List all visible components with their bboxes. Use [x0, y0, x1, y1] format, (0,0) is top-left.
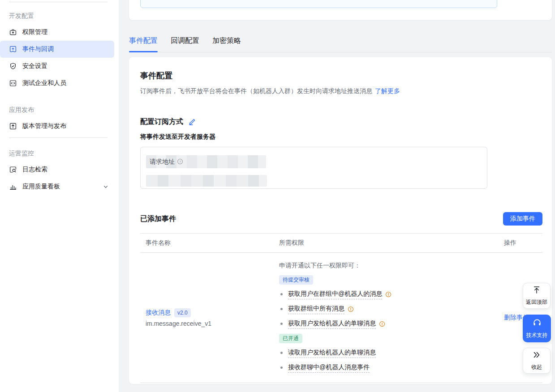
request-url-label-text: 请求地址 [150, 158, 175, 166]
permission-link[interactable]: 获取用户在群组中@机器人的消息 [288, 289, 382, 299]
tab-encryption-policy[interactable]: 加密策略 [212, 34, 241, 52]
sidebar-item-log-search[interactable]: 日志检索 [0, 161, 114, 178]
sidebar-item-label: 事件与回调 [22, 45, 54, 53]
page-title: 事件配置 [140, 71, 542, 81]
back-to-top-button[interactable]: 返回顶部 [523, 283, 551, 309]
sidebar-item-label: 应用质量看板 [22, 183, 60, 191]
event-config-card: 事件配置 订阅事件后，飞书开放平台将会在事件（如机器人入群）发生时向请求地址推送… [129, 57, 552, 384]
shield-check-icon [9, 62, 17, 70]
briefcase-icon [9, 28, 17, 36]
sidebar-item-permissions[interactable]: 权限管理 [0, 24, 114, 41]
sidebar-item-quality-dashboard[interactable]: 应用质量看板 [0, 178, 114, 195]
sidebar-item-label: 权限管理 [22, 28, 47, 36]
permission-link[interactable]: 获取群组中所有消息 [288, 304, 344, 314]
request-url-label: 请求地址 ? [150, 158, 183, 166]
previous-section-card [129, 0, 552, 20]
send-to-developer-server-label: 将事件发送至开发者服务器 [140, 132, 542, 141]
permission-link[interactable]: 读取用户发给机器人的单聊消息 [288, 348, 376, 358]
added-events-title: 已添加事件 [140, 214, 176, 224]
permission-item: 获取用户发给机器人的单聊消息 [279, 319, 504, 329]
learn-more-link[interactable]: 了解更多 [375, 87, 400, 94]
column-header-permissions: 所需权限 [279, 239, 504, 247]
back-to-top-label: 返回顶部 [526, 298, 547, 306]
sidebar: 开发配置 权限管理 事件与回调 安全设置 [0, 0, 119, 392]
permission-link[interactable]: 接收群聊中@机器人消息事件 [288, 362, 370, 373]
help-question-icon[interactable]: ? [177, 158, 183, 166]
sidebar-item-label: 安全设置 [22, 62, 47, 70]
event-name-cell: 接收消息 v2.0 im.message.receive_v1 [140, 308, 279, 327]
column-header-action: 操作 [504, 239, 542, 247]
table-row: 接收消息 v2.0 im.message.receive_v1 申请开通以下任一… [140, 253, 542, 383]
sidebar-section-ops-monitor: 运营监控 [9, 148, 119, 158]
edit-pencil-icon[interactable] [188, 118, 195, 125]
events-table-header: 事件名称 所需权限 操作 [140, 233, 542, 253]
warning-icon[interactable] [385, 291, 392, 298]
sidebar-section-dev-config: 开发配置 [9, 10, 119, 21]
event-callback-icon [9, 45, 17, 53]
bullet-dot [280, 293, 283, 295]
support-label: 技术支持 [526, 332, 548, 339]
bullet-dot [280, 308, 283, 310]
sidebar-section-app-release: 应用发布 [9, 104, 119, 115]
sidebar-item-label: 日志检索 [22, 166, 47, 174]
tab-event-config[interactable]: 事件配置 [129, 34, 158, 52]
event-name-link[interactable]: 接收消息 [146, 309, 171, 317]
previous-section-inner-box [140, 0, 497, 8]
chevron-down-icon[interactable] [103, 183, 109, 190]
permission-item: 获取用户在群组中@机器人的消息 [279, 289, 504, 299]
sidebar-item-label: 版本管理与发布 [22, 122, 66, 130]
add-event-button[interactable]: 添加事件 [503, 212, 542, 226]
subscribe-mode-title: 配置订阅方式 [140, 117, 183, 127]
status-badge-enabled: 已开通 [279, 334, 302, 343]
sidebar-item-security[interactable]: 安全设置 [0, 58, 114, 75]
warning-icon[interactable] [348, 306, 354, 312]
sidebar-item-events-callbacks[interactable]: 事件与回调 [0, 41, 114, 58]
collapse-button[interactable]: 收起 [523, 348, 551, 374]
permissions-cell: 申请开通以下任一权限即可： 待提交审核 获取用户在群组中@机器人的消息 [279, 253, 504, 383]
svg-text:?: ? [179, 159, 181, 163]
upload-icon [9, 122, 17, 130]
tab-callback-config[interactable]: 回调配置 [171, 34, 199, 52]
sidebar-item-label: 测试企业和人员 [22, 79, 66, 87]
column-header-event-name: 事件名称 [140, 239, 279, 247]
page-description: 订阅事件后，飞书开放平台将会在事件（如机器人入群）发生时向请求地址推送消息了解更… [140, 86, 542, 95]
sidebar-divider [9, 2, 108, 2]
events-table: 事件名称 所需权限 操作 接收消息 v2.0 im.message.receiv… [140, 233, 542, 383]
bullet-dot [280, 323, 283, 325]
double-chevron-right-icon [532, 350, 541, 361]
bar-chart-icon [9, 183, 17, 191]
description-text: 订阅事件后，飞书开放平台将会在事件（如机器人入群）发生时向请求地址推送消息 [140, 87, 372, 94]
sidebar-item-version-release[interactable]: 版本管理与发布 [0, 118, 114, 135]
permission-item: 接收群聊中@机器人消息事件 [279, 362, 504, 373]
tab-bar: 事件配置 回调配置 加密策略 [129, 34, 552, 52]
added-events-header: 已添加事件 添加事件 [140, 212, 542, 226]
permission-item: 获取群组中所有消息 [279, 304, 504, 314]
headset-icon [532, 318, 542, 329]
event-version-badge: v2.0 [174, 308, 191, 317]
permission-link[interactable]: 获取用户发给机器人的单聊消息 [288, 319, 376, 329]
warning-icon[interactable] [379, 321, 385, 327]
content-area: 事件配置 回调配置 加密策略 事件配置 订阅事件后，飞书开放平台将会在事件（如机… [119, 0, 555, 392]
permission-intro: 申请开通以下任一权限即可： [279, 261, 504, 270]
back-to-top-icon [532, 285, 541, 296]
bullet-dot [280, 352, 283, 354]
event-key: im.message.receive_v1 [146, 320, 279, 327]
sidebar-divider [9, 137, 108, 138]
request-url-box: 请求地址 ? [140, 147, 487, 189]
code-icon [9, 79, 17, 87]
sidebar-item-test-company[interactable]: 测试企业和人员 [0, 75, 114, 92]
bullet-dot [280, 366, 283, 369]
support-button[interactable]: 技术支持 [523, 315, 551, 342]
collapse-label: 收起 [531, 363, 542, 371]
log-search-icon [9, 166, 17, 174]
redacted-request-url [146, 175, 267, 187]
status-badge-pending: 待提交审核 [279, 275, 313, 285]
permission-item: 读取用户发给机器人的单聊消息 [279, 348, 504, 358]
subscribe-mode-heading: 配置订阅方式 [140, 117, 542, 127]
